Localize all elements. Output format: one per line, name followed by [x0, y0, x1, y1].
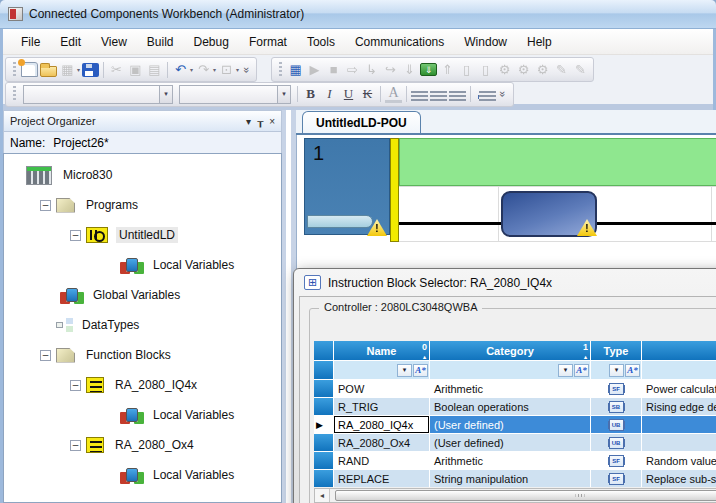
build-icon[interactable]: ▦: [286, 61, 305, 79]
tree-item-local-variables[interactable]: Local Variables: [8, 250, 281, 280]
cell-category[interactable]: String manipulation: [430, 470, 590, 487]
pen-a-icon[interactable]: ✎: [552, 61, 571, 79]
open-file-icon[interactable]: [39, 62, 58, 77]
column-header-type[interactable]: Type: [591, 341, 641, 360]
column-header-description[interactable]: [642, 341, 716, 360]
tree-item-programs[interactable]: –Programs: [8, 190, 281, 220]
cut-icon[interactable]: ✂: [107, 61, 126, 79]
cell-category[interactable]: (User defined): [430, 434, 590, 451]
cell-type[interactable]: SF: [591, 452, 641, 469]
horizontal-scrollbar[interactable]: ◂: [314, 488, 716, 503]
cell-description[interactable]: [642, 434, 716, 451]
row-selector[interactable]: [314, 398, 333, 415]
cell-description[interactable]: [642, 416, 716, 433]
cell-name[interactable]: REPLACE: [334, 470, 429, 487]
add-item-icon[interactable]: ▦▾: [58, 61, 81, 79]
cell-description[interactable]: Random value: [642, 452, 716, 469]
undo-icon[interactable]: ↶▾: [171, 61, 194, 79]
gear-a-icon[interactable]: ⚙: [495, 61, 514, 79]
cell-name[interactable]: POW: [334, 380, 429, 397]
cell-category[interactable]: Boolean operations: [430, 398, 590, 415]
filter-dropdown-icon[interactable]: ▾: [558, 364, 573, 377]
rung-comment-bar[interactable]: [399, 138, 716, 186]
font-color-icon[interactable]: A: [384, 86, 403, 103]
tree-item-micro830[interactable]: Micro830: [8, 160, 281, 190]
tree-item-untitledld[interactable]: –UntitledLD: [8, 220, 281, 250]
close-icon[interactable]: ×: [269, 116, 275, 127]
pen-b-icon[interactable]: ✎: [571, 61, 590, 79]
column-header-category[interactable]: Category1▴: [430, 341, 590, 360]
align-left-icon[interactable]: [410, 87, 429, 101]
row-selector[interactable]: [314, 470, 333, 487]
column-header-name[interactable]: Name0▴: [334, 341, 429, 360]
font-name-combo[interactable]: ▾: [23, 85, 173, 104]
start-debug-icon[interactable]: ▶: [305, 61, 324, 79]
gear-b-icon[interactable]: ⚙: [514, 61, 533, 79]
dialog-titlebar[interactable]: ⊞ Instruction Block Selector: RA_2080_IQ…: [294, 269, 716, 296]
font-size-combo-arrow-icon[interactable]: ▾: [277, 86, 290, 103]
tree-item-local-variables[interactable]: Local Variables: [8, 460, 281, 490]
tree-item-ra-2080-ox4[interactable]: –RA_2080_Ox4: [8, 430, 281, 460]
navigate-icon[interactable]: ⊡▾: [217, 61, 240, 79]
tree-item-function-blocks[interactable]: –Function Blocks: [8, 340, 281, 370]
step-into-icon[interactable]: ↳: [362, 61, 381, 79]
filter-dropdown-icon[interactable]: ▾: [609, 364, 624, 377]
cell-type[interactable]: SB: [591, 398, 641, 415]
tree-expander-icon[interactable]: –: [70, 230, 81, 241]
panel-menu-icon[interactable]: ▾: [246, 116, 251, 127]
redo-icon-dropdown-icon[interactable]: ▾: [213, 66, 216, 73]
upload-icon[interactable]: ⇑: [438, 61, 457, 79]
row-selector[interactable]: [314, 434, 333, 451]
strikethrough-icon[interactable]: K: [358, 85, 377, 103]
align-center-icon[interactable]: [429, 87, 448, 101]
filter-text-icon[interactable]: A*: [413, 364, 428, 377]
rung-selection-bar[interactable]: [307, 215, 373, 228]
stop-debug-icon[interactable]: ■: [324, 61, 343, 79]
cell-category[interactable]: (User defined): [430, 416, 590, 433]
toolbar-overflow-icon[interactable]: »: [497, 88, 510, 100]
tree-item-global-variables[interactable]: Global Variables: [8, 280, 281, 310]
bullet-list-icon[interactable]: [474, 87, 497, 101]
scroll-left-icon[interactable]: ◂: [315, 489, 330, 502]
new-file-icon[interactable]: [20, 62, 39, 77]
menu-format[interactable]: Format: [239, 32, 297, 52]
tree-expander-icon[interactable]: –: [40, 350, 51, 361]
filter-text-icon[interactable]: A*: [574, 364, 589, 377]
device-a-icon[interactable]: ▯: [457, 61, 476, 79]
menu-communications[interactable]: Communications: [345, 32, 454, 52]
font-name-combo-arrow-icon[interactable]: ▾: [159, 86, 172, 103]
device-b-icon[interactable]: ▯: [476, 61, 495, 79]
step-over-icon[interactable]: ↪: [381, 61, 400, 79]
menu-window[interactable]: Window: [454, 32, 517, 52]
cell-name[interactable]: RA_2080_Ox4: [334, 434, 429, 451]
tree-expander-icon[interactable]: –: [70, 380, 81, 391]
continue-icon[interactable]: ⇨: [343, 61, 362, 79]
connect-icon[interactable]: ⇓: [419, 63, 438, 76]
row-selector[interactable]: [314, 452, 333, 469]
cell-type[interactable]: UB: [591, 416, 641, 433]
menu-edit[interactable]: Edit: [50, 32, 91, 52]
paste-icon[interactable]: ▤: [145, 61, 164, 79]
filter-dropdown-icon[interactable]: ▾: [397, 364, 412, 377]
menu-tools[interactable]: Tools: [297, 32, 345, 52]
tab-untitledld-pou[interactable]: UntitledLD-POU: [302, 111, 421, 133]
tree-item-datatypes[interactable]: DataTypes: [8, 310, 281, 340]
add-item-icon-dropdown-icon[interactable]: ▾: [77, 66, 80, 73]
align-right-icon[interactable]: [448, 87, 467, 101]
cell-category[interactable]: Arithmetic: [430, 452, 590, 469]
cell-name[interactable]: RA_2080_IQ4x: [334, 416, 429, 433]
toolbar-overflow-icon[interactable]: »: [240, 64, 253, 76]
cell-description[interactable]: Rising edge dete: [642, 398, 716, 415]
gear-c-icon[interactable]: ⚙: [533, 61, 552, 79]
cell-description[interactable]: Replace sub-stri: [642, 470, 716, 487]
cell-type[interactable]: SF: [591, 470, 641, 487]
cell-name[interactable]: R_TRIG: [334, 398, 429, 415]
cell-category[interactable]: Arithmetic: [430, 380, 590, 397]
bold-icon[interactable]: B: [301, 85, 320, 103]
cell-name[interactable]: RAND: [334, 452, 429, 469]
redo-icon[interactable]: ↷▾: [194, 61, 217, 79]
filter-text-icon[interactable]: A*: [625, 364, 640, 377]
menu-help[interactable]: Help: [517, 32, 562, 52]
pin-icon[interactable]: ┰: [257, 116, 263, 127]
download-icon[interactable]: ⇓: [400, 61, 419, 79]
